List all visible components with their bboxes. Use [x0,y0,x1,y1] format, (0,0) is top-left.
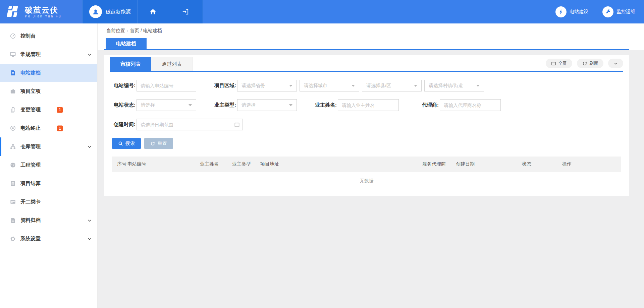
sign-in-button[interactable] [168,0,203,23]
sidebar-item-engineering-management[interactable]: 工程管理 [0,156,97,174]
sidebar-item-label: 变更管理 [20,107,41,113]
breadcrumb-inner: 当前位置：首页 / 电站建档 电站建档 [104,23,629,50]
nav-label: 监控运维 [616,9,635,15]
fullscreen-label: 全屏 [558,60,567,66]
fullscreen-button[interactable]: 全屏 [546,59,572,68]
empty-table-message: 无数据 [112,172,621,184]
chevron-down-icon [87,237,92,241]
filter-form: 电站编号: 项目区域: 请选择省份 请选择城市 请选择县/区 请选择村镇/街道 [104,72,629,130]
refresh-icon [582,61,587,66]
filter-row-1: 电站编号: 项目区域: 请选择省份 请选择城市 请选择县/区 请选择村镇/街道 [112,80,629,91]
home-icon [149,8,157,15]
briefcase-icon [10,88,16,95]
change-management-badge: 1 [57,107,63,113]
city-select[interactable]: 请选择城市 [300,80,359,91]
sidebar-item-project-settlement[interactable]: 项目结算 [0,174,97,193]
sitemap-icon [10,143,16,150]
home-button[interactable] [138,0,168,23]
fullscreen-icon [551,61,556,66]
sidebar-item-project-initiation[interactable]: 项目立项 [0,82,97,101]
sidebar-item-open-type2-card[interactable]: 开二类卡 [0,193,97,211]
copy-pages-icon [10,107,16,113]
county-select[interactable]: 请选择县/区 [362,80,422,91]
collapse-button[interactable] [608,59,623,68]
refresh-button[interactable]: 刷新 [577,59,603,68]
sidebar-item-station-archive[interactable]: 电站建档 [0,64,97,82]
province-select-value: 请选择省份 [241,83,265,89]
date-range-field [137,119,243,130]
col-serial: 序号 [117,161,126,167]
search-button[interactable]: 搜索 [112,138,141,149]
breadcrumb-prefix: 当前位置： [106,28,130,33]
region-label: 项目区域: [213,82,236,89]
sidebar-item-label: 资料归档 [20,217,41,224]
logo-icon [5,4,21,19]
sidebar-item-system-settings[interactable]: 系统设置 [0,230,97,248]
calendar-icon[interactable] [234,122,240,127]
col-created-date: 创建日期 [456,161,475,167]
col-service-agent: 服务代理商 [422,161,446,167]
search-label: 搜索 [125,140,135,146]
province-select[interactable]: 请选择省份 [237,80,297,91]
tab-review-list[interactable]: 审核列表 [110,57,151,71]
sidebar-item-label: 仓库管理 [20,143,41,150]
sidebar-item-regular-management[interactable]: 常规管理 [0,45,97,64]
sidebar-item-label: 开二类卡 [20,199,41,205]
sidebar-item-label: 工程管理 [20,162,41,168]
sidebar-item-label: 电站终止 [20,125,41,131]
sidebar-item-console[interactable]: 控制台 [0,27,97,45]
breadcrumb-path[interactable]: 首页 / 电站建档 [130,28,162,33]
archive-document-icon [10,217,16,224]
dropdown-arrow-icon [476,85,480,87]
sidebar-item-label: 电站建档 [20,70,41,76]
station-termination-badge: 1 [57,125,63,131]
panel-tabs-row: 审核列表 通过列表 全屏 刷新 [110,55,623,72]
date-range-input[interactable] [137,119,243,130]
table-header: 序号 电站编号 业主姓名 业主类型 项目地址 服务代理商 创建日期 状态 操作 [112,157,621,172]
breadcrumb: 当前位置：首页 / 电站建档 [106,28,162,34]
col-station-no: 电站编号 [127,161,146,167]
filter-row-3: 创建时间: [112,119,629,130]
agent-input[interactable] [440,99,501,111]
header-nav-group: 破茧新能源 [82,0,203,23]
main-content: 当前位置：首页 / 电站建档 电站建档 审核列表 通过列表 全屏 [98,23,644,308]
sidebar-item-label: 控制台 [20,33,36,39]
monitor-icon [10,51,16,58]
owner-name-input[interactable] [338,99,399,111]
sidebar-item-change-management[interactable]: 变更管理 1 [0,101,97,119]
chevron-down-icon [613,61,618,66]
sidebar-item-label: 项目结算 [20,180,41,187]
page-tab-station-archive[interactable]: 电站建档 [106,38,147,49]
lightning-icon [555,6,567,17]
user-menu[interactable]: 破茧新能源 [82,0,138,23]
wrench-icon [602,6,613,17]
gear-icon [10,236,16,242]
dropdown-arrow-icon [352,85,355,87]
station-no-input[interactable] [137,80,196,91]
owner-name-label: 业主姓名: [313,102,337,108]
col-actions: 操作 [562,161,572,167]
sidebar-item-document-archive[interactable]: 资料归档 [0,211,97,230]
sidebar-item-station-termination[interactable]: 电站终止 1 [0,119,97,137]
nav-station-construction[interactable]: 电站建设 [555,6,588,17]
station-status-label: 电站状态: [112,102,136,108]
town-select[interactable]: 请选择村镇/街道 [424,80,484,91]
nav-monitoring-ops[interactable]: 监控运维 [602,6,635,17]
station-status-select[interactable]: 请选择 [137,99,196,111]
reset-button[interactable]: 重置 [144,138,173,149]
chevron-down-icon [87,144,92,149]
card-icon [10,199,16,205]
sidebar-item-warehouse-management[interactable]: 仓库管理 [0,137,97,156]
owner-type-label: 业主类型: [213,102,236,108]
station-no-label: 电站编号: [112,82,136,89]
sign-in-icon [182,8,189,15]
col-owner-type: 业主类型 [232,161,251,167]
tab-passed-list[interactable]: 通过列表 [151,57,193,71]
target-icon [10,125,16,131]
owner-type-select[interactable]: 请选择 [237,99,297,111]
refresh-label: 刷新 [589,60,598,66]
panel-card: 审核列表 通过列表 全屏 刷新 [104,55,629,196]
filter-row-2: 电站状态: 请选择 业主类型: 请选择 业主姓名: 代理商: [112,99,629,111]
reset-label: 重置 [158,140,167,146]
col-status: 状态 [522,161,531,167]
